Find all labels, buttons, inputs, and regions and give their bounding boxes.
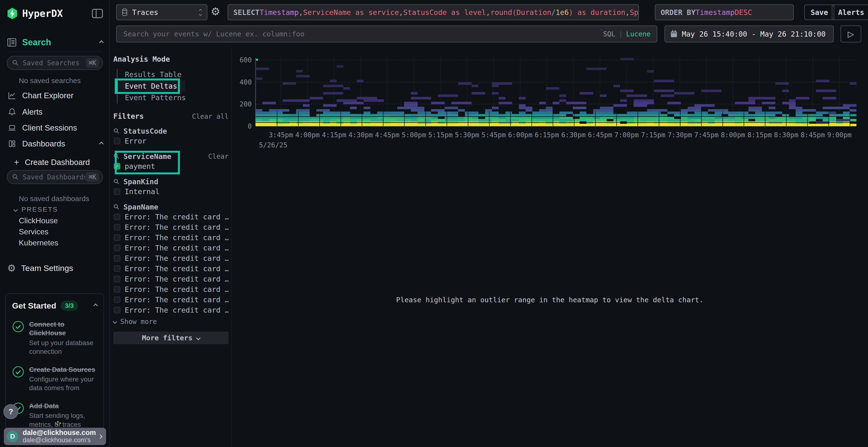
filter-option-row[interactable]: Internal	[113, 187, 228, 196]
clear-all-button[interactable]: Clear all	[192, 112, 228, 121]
language-sql[interactable]: SQL	[603, 30, 615, 38]
filter-option-label: Error: The credit card …	[125, 265, 228, 273]
svg-text:8:15pm: 8:15pm	[747, 131, 772, 139]
panel-toggle-icon[interactable]	[92, 8, 103, 19]
create-dashboard-button[interactable]: + Create Dashboard	[7, 157, 103, 168]
clear-button[interactable]: Clear	[208, 152, 228, 161]
checkbox-icon[interactable]	[114, 224, 120, 231]
event-search-field[interactable]	[123, 30, 603, 38]
filter-option-row[interactable]: Error: The credit card …	[113, 212, 228, 221]
filter-option-row[interactable]: Error: The credit card …	[113, 305, 228, 315]
checkbox-icon[interactable]	[114, 188, 120, 195]
order-by-editor[interactable]: ORDER BY Timestamp DESC	[655, 4, 794, 20]
presets-toggle[interactable]: PRESETS	[14, 205, 103, 214]
search-icon	[12, 60, 19, 66]
chevron-up-icon[interactable]	[93, 304, 98, 308]
get-started-item[interactable]: Connect to ClickHouse Set up your databa…	[12, 320, 97, 356]
language-lucene[interactable]: Lucene	[626, 30, 651, 38]
language-divider: |	[619, 30, 623, 38]
avatar: D	[7, 431, 18, 442]
show-more-button[interactable]: Show more	[113, 317, 228, 326]
show-more-label: Show more	[120, 318, 157, 325]
filter-option-row[interactable]: Error: The credit card …	[113, 274, 228, 284]
plus-icon: +	[14, 157, 19, 167]
filter-option-row[interactable]: Error: The credit card …	[113, 253, 228, 263]
svg-text:8:00pm: 8:00pm	[721, 131, 745, 139]
filters-label: Filters	[113, 112, 144, 121]
filter-option-row[interactable]: Error: The credit card …	[113, 295, 228, 304]
filter-option-label: Error: The credit card …	[125, 275, 228, 283]
filter-option-row[interactable]: Error	[113, 136, 228, 146]
date-range-picker[interactable]: May 26 15:40:00 - May 26 21:10:00	[664, 26, 834, 42]
check-circle-icon	[12, 320, 24, 333]
hyperdx-logo-icon	[7, 7, 18, 20]
bell-icon	[7, 107, 18, 116]
event-search-input[interactable]: SQL | Lucene	[116, 26, 657, 42]
saved-dashboards-field[interactable]	[22, 173, 86, 181]
get-started-item-title: Add Data	[29, 402, 97, 410]
presets-label: PRESETS	[22, 206, 58, 213]
help-button[interactable]: ?	[3, 404, 18, 419]
svg-text:8:45pm: 8:45pm	[801, 131, 825, 139]
filter-option-label: Error: The credit card …	[125, 254, 228, 263]
saved-dashboards-input[interactable]: ⌘K	[7, 170, 103, 184]
checkbox-icon[interactable]	[114, 138, 120, 144]
filter-group-statuscode: StatusCode Error	[113, 127, 228, 146]
saved-searches-field[interactable]	[22, 59, 86, 67]
search-icon	[113, 178, 120, 185]
svg-text:9:00pm: 9:00pm	[827, 131, 851, 139]
alerts-button[interactable]: Alerts	[832, 5, 868, 20]
svg-text:4:00pm: 4:00pm	[296, 131, 320, 139]
duration-heatmap-chart[interactable]: 02004006003:45pm4:00pm4:15pm4:30pm4:45pm…	[231, 50, 868, 154]
annotation-box-servicename	[115, 151, 180, 174]
source-settings-gear-icon[interactable]: ⚙	[211, 6, 220, 17]
save-button[interactable]: Save	[804, 5, 834, 20]
filter-option-row[interactable]: Error: The credit card …	[113, 233, 228, 242]
sidebar-item-label: Client Sessions	[22, 123, 103, 133]
search-icon	[113, 204, 120, 210]
shortcut-badge: ⌘K	[86, 172, 99, 182]
preset-item-kubernetes[interactable]: Kubernetes	[19, 238, 103, 248]
get-started-item[interactable]: Create Data Sources Configure where your…	[12, 365, 97, 392]
checkbox-icon[interactable]	[114, 265, 120, 272]
checkbox-icon[interactable]	[114, 255, 120, 262]
gear-icon: ⚙	[7, 263, 16, 274]
query-language-toggle[interactable]: SQL | Lucene	[603, 30, 651, 38]
sidebar-item-team-settings[interactable]: ⚙ Team Settings	[7, 262, 103, 274]
get-started-item-desc: Set up your database connection	[29, 339, 97, 356]
sidebar-item-alerts[interactable]: Alerts	[7, 106, 103, 118]
sidebar-item-chart-explorer[interactable]: Chart Explorer	[7, 90, 103, 102]
user-subtitle: dale@clickhouse.com's	[23, 437, 99, 444]
checkbox-icon[interactable]	[114, 234, 120, 241]
filter-option-label: Error: The credit card …	[125, 233, 228, 242]
saved-searches-input[interactable]: ⌘K	[7, 56, 103, 70]
filter-option-label: Error	[125, 137, 146, 145]
svg-text:4:45pm: 4:45pm	[375, 131, 400, 139]
sidebar-item-search[interactable]: Search	[7, 36, 103, 49]
checkbox-icon[interactable]	[114, 276, 120, 282]
filter-option-row[interactable]: Error: The credit card …	[113, 222, 228, 232]
app-title: HyperDX	[22, 8, 92, 19]
checkbox-icon[interactable]	[114, 286, 120, 293]
sql-select-editor[interactable]: SELECT Timestamp, ServiceName as service…	[227, 4, 639, 20]
sidebar-item-client-sessions[interactable]: Client Sessions	[7, 122, 103, 134]
preset-item-clickhouse[interactable]: ClickHouse	[19, 216, 103, 226]
filter-option-row[interactable]: Error: The credit card …	[113, 284, 228, 294]
sidebar-item-dashboards[interactable]: Dashboards	[7, 138, 103, 150]
checkbox-icon[interactable]	[114, 307, 120, 313]
filter-option-row[interactable]: Error: The credit card …	[113, 264, 228, 273]
user-menu[interactable]: D dale@clickhouse.com dale@clickhouse.co…	[4, 428, 106, 445]
get-started-item-desc: Configure where your data comes from	[29, 375, 97, 392]
run-query-button[interactable]: ▷	[840, 26, 861, 42]
svg-text:3:45pm: 3:45pm	[269, 131, 293, 139]
more-filters-button[interactable]: More filters	[113, 332, 228, 344]
line-chart-icon	[7, 91, 18, 100]
source-selector[interactable]: Traces	[116, 4, 207, 20]
play-icon: ▷	[848, 29, 854, 39]
filter-option-row[interactable]: Error: The credit card …	[113, 243, 228, 253]
preset-item-services[interactable]: Services	[19, 227, 103, 237]
checkbox-icon[interactable]	[114, 297, 120, 303]
checkbox-icon[interactable]	[114, 214, 120, 220]
get-started-header[interactable]: Get Started 3/3	[12, 301, 97, 311]
checkbox-icon[interactable]	[114, 245, 120, 251]
